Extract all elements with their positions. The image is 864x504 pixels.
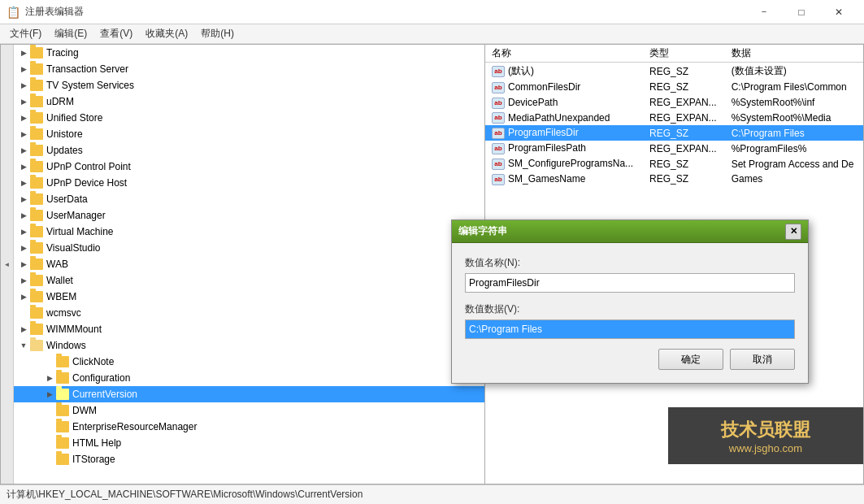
tree-item-enterpriseresourcemanager[interactable]: EnterpriseResourceManager — [14, 419, 484, 435]
tree-item-itstorage[interactable]: ITStorage — [14, 451, 484, 467]
tree-item-transaction-server[interactable]: ▶Transaction Server — [14, 61, 484, 77]
menu-item-a[interactable]: 收藏夹(A) — [139, 24, 194, 43]
tree-item-windows[interactable]: ▼Windows — [14, 337, 484, 354]
table-row[interactable]: abCommonFilesDirREG_SZC:\Program Files\C… — [485, 80, 863, 95]
menu-item-e[interactable]: 编辑(E) — [48, 24, 93, 43]
tree-arrow-tracing[interactable]: ▶ — [17, 45, 30, 61]
tree-pane[interactable]: ▶Tracing▶Transaction Server▶TV System Se… — [14, 45, 485, 484]
tree-item-unistore[interactable]: ▶Unistore — [14, 126, 484, 142]
tree-label-enterpriseresourcemanager: EnterpriseResourceManager — [72, 421, 197, 432]
reg-data: Games — [725, 172, 863, 187]
status-path: 计算机\HKEY_LOCAL_MACHINE\SOFTWARE\Microsof… — [7, 488, 363, 502]
data-input[interactable] — [465, 319, 795, 339]
dialog-close-button[interactable]: ✕ — [785, 224, 801, 240]
folder-icon-wbem — [30, 291, 43, 302]
tree-arrow-upnp-device-host[interactable]: ▶ — [17, 175, 30, 191]
tree-arrow-virtual-machine[interactable]: ▶ — [17, 224, 30, 240]
tree-arrow-wab[interactable]: ▶ — [17, 256, 30, 272]
table-row[interactable]: abSM_ConfigureProgramsNa...REG_SZSet Pro… — [485, 156, 863, 172]
table-row[interactable]: abDevicePathREG_EXPAN...%SystemRoot%\inf — [485, 95, 863, 111]
tree-item-clicknote[interactable]: ClickNote — [14, 354, 484, 370]
close-button[interactable]: ✕ — [820, 0, 857, 24]
tree-item-usermanager[interactable]: ▶UserManager — [14, 207, 484, 224]
tree-arrow-wcmsvc[interactable] — [17, 305, 30, 321]
maximize-button[interactable]: □ — [783, 0, 820, 24]
tree-label-udrm: uDRM — [46, 96, 74, 107]
tree-item-wab[interactable]: ▶WAB — [14, 256, 484, 272]
tree-item-virtual-machine[interactable]: ▶Virtual Machine — [14, 224, 484, 240]
cancel-button[interactable]: 取消 — [730, 349, 795, 370]
tree-arrow-clicknote[interactable] — [43, 354, 56, 370]
dialog-title-bar: 编辑字符串 ✕ — [452, 220, 808, 243]
name-input[interactable] — [465, 273, 795, 293]
tree-label-visualstudio: VisualStudio — [46, 242, 101, 254]
tree-arrow-windows[interactable]: ▼ — [17, 337, 30, 354]
folder-icon-udrm — [30, 96, 43, 107]
app-icon: 📋 — [7, 6, 20, 19]
table-row[interactable]: abProgramFilesPathREG_EXPAN...%ProgramFi… — [485, 141, 863, 156]
left-panel-toggle[interactable]: ◄ — [1, 45, 14, 484]
tree-label-upnp-device-host: UPnP Device Host — [46, 177, 127, 189]
tree-arrow-upnp-control-point[interactable]: ▶ — [17, 159, 30, 175]
table-row[interactable]: ab(默认)REG_SZ(数值未设置) — [485, 63, 863, 80]
tree-item-wbem[interactable]: ▶WBEM — [14, 289, 484, 305]
tree-arrow-unistore[interactable]: ▶ — [17, 126, 30, 142]
folder-icon-wcmsvc — [30, 307, 43, 319]
tree-label-transaction-server: Transaction Server — [46, 63, 128, 75]
tree-arrow-configuration[interactable]: ▶ — [43, 370, 56, 386]
tree-label-currentversion: CurrentVersion — [72, 389, 137, 400]
tree-arrow-dwm[interactable] — [43, 402, 56, 419]
tree-item-configuration[interactable]: ▶Configuration — [14, 370, 484, 386]
minimize-button[interactable]: － — [745, 0, 783, 24]
tree-label-wcmsvc: wcmsvc — [46, 307, 81, 319]
table-row[interactable]: abSM_GamesNameREG_SZGames — [485, 172, 863, 187]
window-title: 注册表编辑器 — [25, 5, 84, 19]
tree-arrow-transaction-server[interactable]: ▶ — [17, 61, 30, 77]
tree-label-dwm: DWM — [72, 405, 97, 416]
menu-item-v[interactable]: 查看(V) — [93, 24, 139, 43]
reg-name: abSM_ConfigureProgramsNa... — [485, 156, 643, 172]
folder-icon-virtual-machine — [30, 226, 43, 237]
tree-item-updates[interactable]: ▶Updates — [14, 142, 484, 159]
tree-item-tv-system-services[interactable]: ▶TV System Services — [14, 77, 484, 93]
menu-item-h[interactable]: 帮助(H) — [194, 24, 241, 43]
tree-arrow-wimmount[interactable]: ▶ — [17, 321, 30, 337]
tree-item-wallet[interactable]: ▶Wallet — [14, 272, 484, 289]
tree-item-currentversion[interactable]: ▶CurrentVersion — [14, 386, 484, 402]
tree-item-unified-store[interactable]: ▶Unified Store — [14, 110, 484, 126]
tree-arrow-htmlhelp[interactable] — [43, 435, 56, 451]
table-row[interactable]: abProgramFilesDirREG_SZC:\Program Files — [485, 125, 863, 141]
folder-icon-htmlhelp — [56, 437, 69, 449]
tree-item-wcmsvc[interactable]: wcmsvc — [14, 305, 484, 321]
tree-item-udrm[interactable]: ▶uDRM — [14, 93, 484, 110]
tree-item-userdata[interactable]: ▶UserData — [14, 191, 484, 207]
tree-item-wimmount[interactable]: ▶WIMMMount — [14, 321, 484, 337]
tree-item-dwm[interactable]: DWM — [14, 402, 484, 419]
tree-arrow-unified-store[interactable]: ▶ — [17, 110, 30, 126]
tree-arrow-wallet[interactable]: ▶ — [17, 272, 30, 289]
reg-name: ab(默认) — [485, 63, 643, 80]
tree-arrow-tv-system-services[interactable]: ▶ — [17, 77, 30, 93]
name-field-group: 数值名称(N): — [465, 256, 795, 293]
tree-arrow-wbem[interactable]: ▶ — [17, 289, 30, 305]
dialog-buttons: 确定 取消 — [465, 349, 795, 370]
menu-bar: 文件(F)编辑(E)查看(V)收藏夹(A)帮助(H) — [0, 24, 864, 44]
table-row[interactable]: abMediaPathUnexpandedREG_EXPAN...%System… — [485, 111, 863, 126]
tree-arrow-updates[interactable]: ▶ — [17, 142, 30, 159]
tree-arrow-udrm[interactable]: ▶ — [17, 93, 30, 110]
tree-arrow-itstorage[interactable] — [43, 451, 56, 467]
tree-arrow-currentversion[interactable]: ▶ — [43, 386, 56, 402]
tree-item-tracing[interactable]: ▶Tracing — [14, 45, 484, 61]
tree-item-upnp-control-point[interactable]: ▶UPnP Control Point — [14, 159, 484, 175]
tree-label-windows: Windows — [46, 340, 86, 351]
tree-item-visualstudio[interactable]: ▶VisualStudio — [14, 240, 484, 256]
ok-button[interactable]: 确定 — [658, 349, 723, 370]
tree-arrow-enterpriseresourcemanager[interactable] — [43, 419, 56, 435]
folder-icon-wab — [30, 259, 43, 270]
tree-item-upnp-device-host[interactable]: ▶UPnP Device Host — [14, 175, 484, 191]
tree-arrow-usermanager[interactable]: ▶ — [17, 207, 30, 224]
tree-arrow-userdata[interactable]: ▶ — [17, 191, 30, 207]
menu-item-f[interactable]: 文件(F) — [3, 24, 48, 43]
tree-item-htmlhelp[interactable]: HTML Help — [14, 435, 484, 451]
tree-arrow-visualstudio[interactable]: ▶ — [17, 240, 30, 256]
